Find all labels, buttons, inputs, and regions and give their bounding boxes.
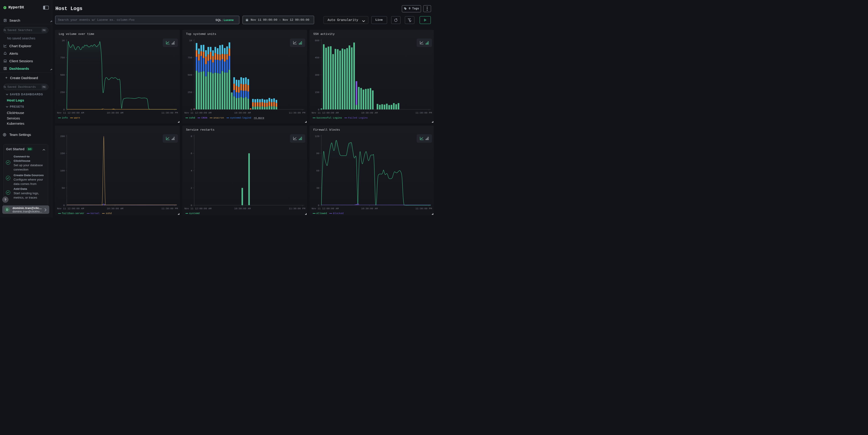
svg-text:11:30:00 PM: 11:30:00 PM: [161, 207, 178, 210]
svg-text:120: 120: [315, 135, 319, 137]
svg-text:11:30:00 PM: 11:30:00 PM: [415, 207, 432, 210]
svg-text:10:30:00 AM: 10:30:00 AM: [234, 207, 251, 210]
svg-text:Nov 11 12:00:00 AM: Nov 11 12:00:00 AM: [184, 207, 212, 210]
svg-text:11:30:00 PM: 11:30:00 PM: [288, 112, 305, 114]
svg-text:450: 450: [315, 56, 319, 59]
svg-text:250: 250: [188, 91, 192, 94]
svg-text:Nov 11 12:00:00 AM: Nov 11 12:00:00 AM: [184, 112, 212, 114]
svg-text:90: 90: [316, 152, 319, 155]
svg-text:10:30:00 AM: 10:30:00 AM: [361, 207, 378, 210]
svg-text:8: 8: [191, 135, 192, 137]
svg-text:500: 500: [60, 74, 65, 76]
svg-text:250: 250: [60, 91, 65, 94]
svg-text:11:30:00 PM: 11:30:00 PM: [288, 207, 305, 210]
svg-text:50: 50: [62, 187, 65, 189]
svg-text:6: 6: [191, 152, 192, 155]
svg-text:0: 0: [63, 108, 65, 111]
svg-text:300: 300: [315, 74, 319, 76]
svg-text:500: 500: [188, 74, 192, 76]
svg-text:Nov 11 12:00:00 AM: Nov 11 12:00:00 AM: [57, 207, 84, 210]
svg-text:30: 30: [316, 187, 319, 189]
svg-text:1K: 1K: [62, 39, 65, 42]
svg-text:11:30:00 PM: 11:30:00 PM: [161, 112, 178, 114]
svg-text:11:30:00 PM: 11:30:00 PM: [415, 112, 432, 114]
svg-text:Nov 11 12:00:00 AM: Nov 11 12:00:00 AM: [312, 112, 339, 114]
svg-text:0: 0: [191, 108, 192, 111]
svg-text:Nov 11 12:00:00 AM: Nov 11 12:00:00 AM: [312, 207, 339, 210]
svg-text:60: 60: [316, 169, 319, 172]
svg-text:1K: 1K: [189, 39, 192, 42]
svg-text:600: 600: [315, 39, 319, 42]
svg-text:0: 0: [63, 204, 65, 207]
svg-text:150: 150: [315, 91, 319, 94]
svg-text:2: 2: [191, 187, 192, 189]
svg-text:200: 200: [60, 135, 65, 137]
svg-text:10:30:00 AM: 10:30:00 AM: [107, 207, 123, 210]
svg-text:Nov 11 12:00:00 AM: Nov 11 12:00:00 AM: [57, 112, 84, 114]
svg-text:750: 750: [60, 56, 65, 59]
svg-text:10:30:00 AM: 10:30:00 AM: [361, 112, 378, 114]
svg-text:10:30:00 AM: 10:30:00 AM: [234, 112, 251, 114]
svg-text:4: 4: [191, 169, 192, 172]
svg-text:10:30:00 AM: 10:30:00 AM: [107, 112, 123, 114]
svg-text:0: 0: [318, 108, 319, 111]
svg-text:150: 150: [60, 152, 65, 155]
svg-text:0: 0: [191, 204, 192, 207]
svg-text:100: 100: [60, 169, 65, 172]
svg-text:750: 750: [188, 56, 192, 59]
svg-text:0: 0: [318, 204, 319, 207]
